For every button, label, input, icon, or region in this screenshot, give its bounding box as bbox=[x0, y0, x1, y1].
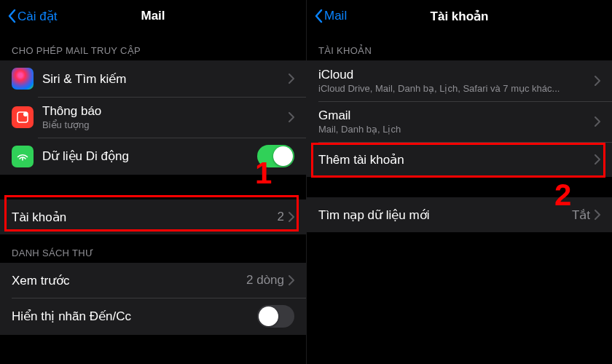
back-button[interactable]: Mail bbox=[314, 9, 347, 23]
nav-header: Mail Tài khoản bbox=[307, 0, 612, 32]
tocc-toggle[interactable] bbox=[257, 305, 294, 328]
chevron-left-icon bbox=[7, 9, 16, 23]
chevron-right-icon bbox=[289, 112, 294, 122]
page-title: Tài khoản bbox=[307, 9, 612, 24]
fetch-value: Tắt bbox=[572, 207, 590, 223]
row-label: Siri & Tìm kiếm bbox=[42, 71, 289, 87]
row-fetch-data[interactable]: Tìm nạp dữ liệu mới Tắt bbox=[307, 197, 612, 232]
row-add-account[interactable]: Thêm tài khoản bbox=[307, 142, 612, 177]
row-label: Dữ liệu Di động bbox=[42, 149, 257, 164]
back-label: Mail bbox=[324, 9, 347, 23]
row-sublabel: Biểu tượng bbox=[42, 119, 289, 130]
row-notifications[interactable]: Thông báo Biểu tượng bbox=[0, 97, 306, 138]
siri-icon bbox=[12, 68, 34, 90]
row-label: iCloud bbox=[318, 68, 595, 82]
chevron-right-icon bbox=[595, 76, 600, 86]
row-icloud[interactable]: iCloud iCloud Drive, Mail, Danh bạ, Lịch… bbox=[307, 60, 612, 101]
chevron-right-icon bbox=[595, 210, 600, 220]
row-label: Hiển thị nhãn Đến/Cc bbox=[12, 309, 257, 324]
row-label: Tài khoản bbox=[12, 210, 278, 225]
chevron-left-icon bbox=[314, 9, 323, 23]
back-label: Cài đặt bbox=[17, 9, 57, 24]
chevron-right-icon bbox=[289, 74, 294, 84]
nav-header: Cài đặt Mail bbox=[0, 0, 306, 32]
row-siri-search[interactable]: Siri & Tìm kiếm bbox=[0, 60, 306, 97]
row-sublabel: iCloud Drive, Mail, Danh bạ, Lịch, Safar… bbox=[318, 83, 595, 94]
cellular-toggle[interactable] bbox=[257, 145, 294, 167]
accounts-count: 2 bbox=[278, 210, 284, 224]
row-label: Thêm tài khoản bbox=[318, 152, 595, 167]
chevron-right-icon bbox=[289, 212, 294, 222]
svg-point-1 bbox=[23, 112, 28, 116]
chevron-right-icon bbox=[595, 116, 600, 127]
row-gmail[interactable]: Gmail Mail, Danh bạ, Lịch bbox=[307, 101, 612, 142]
back-button[interactable]: Cài đặt bbox=[7, 9, 57, 24]
row-label: Gmail bbox=[318, 108, 595, 123]
section-header-accounts: TÀI KHOẢN bbox=[307, 32, 612, 60]
notifications-icon bbox=[12, 106, 34, 128]
row-cellular-data[interactable]: Dữ liệu Di động bbox=[0, 138, 306, 175]
row-label: Xem trước bbox=[12, 273, 246, 288]
row-show-tocc[interactable]: Hiển thị nhãn Đến/Cc bbox=[0, 298, 306, 335]
chevron-right-icon bbox=[289, 275, 294, 285]
row-preview[interactable]: Xem trước 2 dòng bbox=[0, 263, 306, 298]
row-sublabel: Mail, Danh bạ, Lịch bbox=[318, 124, 595, 135]
preview-value: 2 dòng bbox=[246, 273, 284, 288]
cellular-icon bbox=[12, 146, 34, 167]
row-label: Tìm nạp dữ liệu mới bbox=[318, 207, 572, 223]
settings-mail-pane: Cài đặt Mail CHO PHÉP MAIL TRUY CẬP Siri… bbox=[0, 0, 306, 364]
section-header-access: CHO PHÉP MAIL TRUY CẬP bbox=[0, 32, 306, 60]
section-header-list: DANH SÁCH THƯ bbox=[0, 234, 306, 263]
row-accounts[interactable]: Tài khoản 2 bbox=[0, 199, 306, 234]
row-label: Thông báo bbox=[42, 104, 289, 119]
accounts-pane: Mail Tài khoản TÀI KHOẢN iCloud iCloud D… bbox=[306, 0, 612, 364]
chevron-right-icon bbox=[595, 154, 600, 165]
